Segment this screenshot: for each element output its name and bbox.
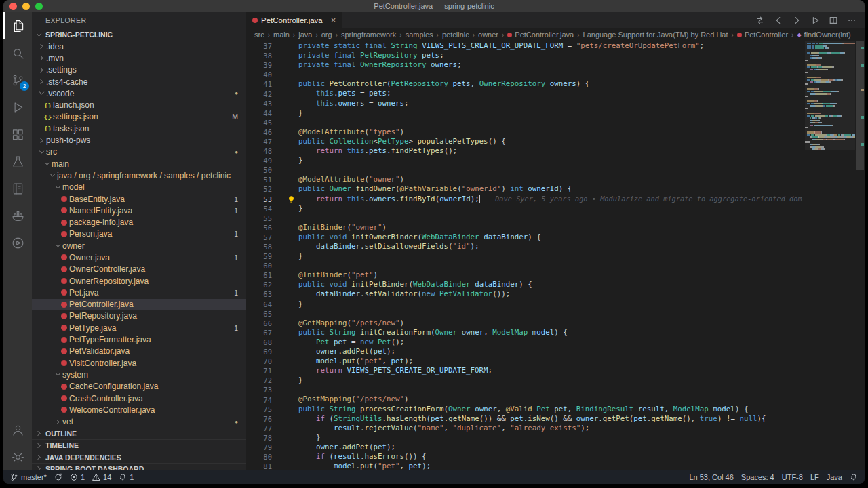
breadcrumb-samples[interactable]: samples (406, 30, 433, 39)
tree-item-namedentity.java[interactable]: NamedEntity.java1 (32, 205, 246, 216)
tree-item-.mvn[interactable]: .mvn (32, 52, 246, 64)
code-line-68[interactable]: 68 Pet pet = new Pet(); (246, 338, 865, 347)
code-line-64[interactable]: 64 } (246, 300, 865, 309)
code-line-43[interactable]: 43 this.owners = owners; (246, 99, 865, 108)
code-line-39[interactable]: 39 private final OwnerRepository owners; (246, 60, 865, 70)
code-line-55[interactable]: 55 (246, 214, 865, 223)
tree-item-.idea[interactable]: .idea (32, 41, 246, 52)
more-actions-icon[interactable] (847, 16, 856, 25)
editor-scrollbar[interactable] (855, 41, 865, 470)
code-line-66[interactable]: 66 @GetMapping("/pets/new") (246, 319, 865, 328)
section-java-dependencies[interactable]: JAVA DEPENDENCIES (32, 451, 246, 462)
code-line-45[interactable]: 45 (246, 118, 865, 127)
activity-spring-boot-icon[interactable] (3, 229, 32, 256)
activity-account-icon[interactable] (3, 416, 32, 443)
tree-item-java-org-springframework-samples-petclinic[interactable]: java / org / springframework / samples /… (32, 169, 246, 181)
code-line-47[interactable]: 47 public Collection<PetType> populatePe… (246, 137, 865, 146)
code-line-41[interactable]: 41 public PetController(PetRepository pe… (246, 79, 865, 89)
breadcrumb-language-support-for-java-tm-by-red-hat[interactable]: Language Support for Java(TM) by Red Hat (583, 30, 728, 39)
code-line-56[interactable]: 56 @InitBinder("owner") (246, 223, 865, 232)
code-line-52[interactable]: 52 public Owner findOwner(@PathVariable(… (246, 184, 865, 194)
tree-item-person.java[interactable]: Person.java1 (32, 228, 246, 240)
activity-test-beaker-icon[interactable] (3, 148, 32, 175)
activity-notebook-icon[interactable] (3, 175, 32, 202)
breadcrumb-petcontroller.java[interactable]: PetController.java (507, 30, 574, 39)
section-outline[interactable]: OUTLINE (32, 428, 246, 439)
tree-item-owner.java[interactable]: Owner.java1 (32, 251, 246, 263)
tree-item-petvalidator.java[interactable]: PetValidator.java (32, 346, 246, 357)
code-line-42[interactable]: 42 this.pets = pets; (246, 89, 865, 98)
section-spring-boot-dashboard[interactable]: SPRING-BOOT DASHBOARD (32, 463, 246, 470)
breadcrumb-findowner-int[interactable]: ◆findOwner(int) (797, 30, 850, 39)
tree-item-.vscode[interactable]: .vscode● (32, 87, 246, 99)
status-notifications-count[interactable]: 1 (119, 473, 134, 481)
code-line-40[interactable]: 40 (246, 70, 865, 79)
status-indentation[interactable]: Spaces: 4 (741, 473, 774, 481)
code-line-75[interactable]: 75 public String processCreationForm(Own… (246, 405, 865, 414)
tree-item-cacheconfiguration.java[interactable]: CacheConfiguration.java (32, 381, 246, 392)
code-line-37[interactable]: 37 private static final String VIEWS_PET… (246, 41, 865, 51)
code-line-65[interactable]: 65 (246, 309, 865, 319)
code-line-49[interactable]: 49 } (246, 156, 865, 165)
status-sync[interactable] (54, 473, 62, 481)
status-eol[interactable]: LF (810, 473, 819, 481)
activity-explorer-icon[interactable] (3, 12, 32, 39)
code-line-38[interactable]: 38 private final PetRepository pets; (246, 51, 865, 60)
tree-item-package-info.java[interactable]: package-info.java (32, 216, 246, 228)
tree-item-settings.json[interactable]: {}settings.jsonM (32, 111, 246, 123)
breadcrumb-petcontroller[interactable]: PetController (737, 30, 788, 39)
activity-source-control-icon[interactable]: 2 (3, 66, 32, 94)
code-line-48[interactable]: 48 return this.pets.findPetTypes(); (246, 146, 865, 156)
tree-item-baseentity.java[interactable]: BaseEntity.java1 (32, 193, 246, 205)
code-line-81[interactable]: 81 model.put("pet", pet); (246, 462, 865, 470)
tree-item-main[interactable]: main (32, 158, 246, 169)
code-line-59[interactable]: 59 } (246, 251, 865, 261)
status-language-mode[interactable]: Java (827, 473, 842, 481)
code-line-60[interactable]: 60 (246, 261, 865, 270)
tree-item-pettypeformatter.java[interactable]: PetTypeFormatter.java (32, 333, 246, 345)
breadcrumb-org[interactable]: org (321, 30, 332, 39)
breadcrumb-petclinic[interactable]: petclinic (442, 30, 469, 39)
code-line-58[interactable]: 58 dataBinder.setDisallowedFields("id"); (246, 242, 865, 251)
tree-item-model[interactable]: model (32, 182, 246, 193)
tree-item-ownercontroller.java[interactable]: OwnerController.java (32, 264, 246, 275)
code-line-51[interactable]: 51 @ModelAttribute("owner") (246, 175, 865, 184)
code-line-57[interactable]: 57 public void initOwnerBinder(WebDataBi… (246, 232, 865, 242)
tree-item-system[interactable]: system (32, 369, 246, 380)
split-editor-icon[interactable] (829, 16, 838, 25)
code-line-67[interactable]: 67 public String initCreationForm(Owner … (246, 328, 865, 338)
tree-item-vet[interactable]: vet● (32, 416, 246, 428)
tree-item-tasks.json[interactable]: {}tasks.json (32, 123, 246, 134)
open-changes-icon[interactable] (755, 16, 765, 25)
section-timeline[interactable]: TIMELINE (32, 439, 246, 451)
status-problems-warnings[interactable]: 14 (92, 473, 111, 481)
breadcrumb-main[interactable]: main (273, 30, 290, 39)
tree-item-pettype.java[interactable]: PetType.java1 (32, 322, 246, 333)
tree-item-src[interactable]: src● (32, 146, 246, 158)
code-editor[interactable]: 37 private static final String VIEWS_PET… (246, 41, 865, 470)
tree-item-crashcontroller.java[interactable]: CrashController.java (32, 392, 246, 404)
status-cursor-position[interactable]: Ln 53, Col 46 (689, 473, 733, 481)
code-line-72[interactable]: 72 } (246, 375, 865, 385)
code-line-61[interactable]: 61 @InitBinder("pet") (246, 270, 865, 280)
activity-search-icon[interactable] (3, 39, 32, 66)
code-line-73[interactable]: 73 (246, 385, 865, 394)
code-line-79[interactable]: 79 owner.addPet(pet); (246, 443, 865, 452)
code-line-62[interactable]: 62 public void initPetBinder(WebDataBind… (246, 280, 865, 289)
lightbulb-icon[interactable] (287, 195, 296, 204)
scrollbar-thumb[interactable] (856, 41, 864, 170)
tree-item-push-to-pws[interactable]: push-to-pws (32, 134, 246, 146)
code-line-69[interactable]: 69 owner.addPet(pet); (246, 347, 865, 357)
tree-item-pet.java[interactable]: Pet.java1 (32, 287, 246, 298)
tab-petcontroller-java[interactable]: PetController.java × (246, 12, 342, 28)
close-tab-icon[interactable]: × (331, 16, 336, 24)
tree-item-ownerrepository.java[interactable]: OwnerRepository.java (32, 275, 246, 287)
minimize-window-button[interactable] (22, 3, 30, 10)
code-line-70[interactable]: 70 model.put("pet", pet); (246, 357, 865, 366)
tree-item-owner[interactable]: owner (32, 240, 246, 251)
code-line-74[interactable]: 74 @PostMapping("/pets/new") (246, 394, 865, 404)
code-line-53[interactable]: 53 return this.owners.findById(ownerId);… (246, 195, 865, 204)
minimap[interactable] (805, 41, 855, 470)
status-problems-errors[interactable]: 1 (70, 473, 85, 481)
close-window-button[interactable] (9, 3, 17, 10)
